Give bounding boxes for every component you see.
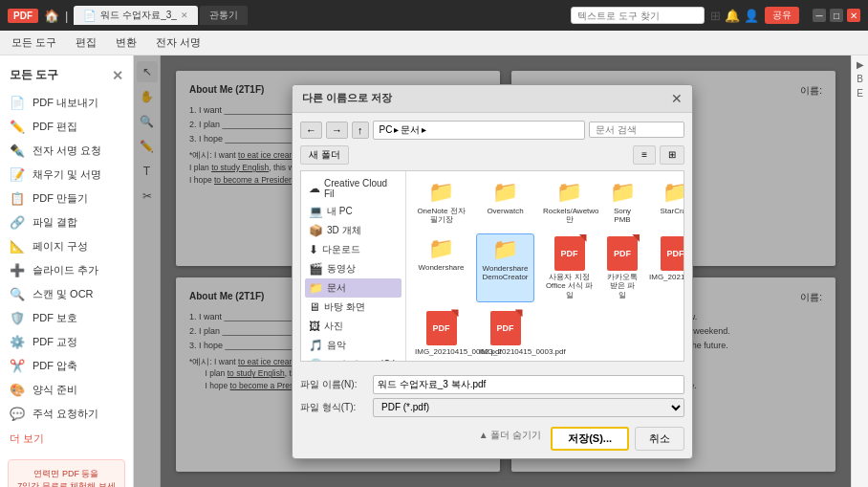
nav-back-button[interactable]: ← — [300, 122, 322, 139]
sidebar-item-esign-request[interactable]: ✒️ 전자 서명 요청 — [0, 139, 133, 163]
sidebar-item-request-comment[interactable]: 💬 주석 요청하기 — [0, 402, 133, 426]
see-more-button[interactable]: 더 보기 — [0, 426, 133, 452]
file-onenote[interactable]: 📁 OneNote 전자 필기장 — [412, 177, 470, 228]
export-pdf-label: PDF 내보내기 — [33, 96, 98, 110]
ds-pictures[interactable]: 🖼 사진 — [305, 317, 401, 336]
search-input[interactable] — [571, 7, 705, 24]
protect-label: PDF 보호 — [33, 311, 77, 325]
menu-convert[interactable]: 변환 — [112, 33, 141, 52]
toolbar-icons: ⊞ 🔔 👤 — [710, 9, 759, 23]
sidebar-item-scan-ocr[interactable]: 🔍 스캔 및 OCR — [0, 282, 133, 306]
ds-downloads[interactable]: ⬇ 다운로드 — [305, 240, 401, 259]
creative-cloud-icon: ☁ — [309, 182, 320, 195]
sidebar-title: 모든 도구 — [10, 67, 58, 83]
ds-documents-label: 문서 — [327, 281, 346, 295]
sidebar-item-edit-pdf[interactable]: ✏️ PDF 편집 — [0, 115, 133, 139]
ds-pictures-label: 사진 — [324, 320, 343, 333]
file-office-template[interactable]: PDF 사용자 지정 Office 서식 파일 — [540, 233, 598, 303]
prepare-form-icon: 🎨 — [10, 383, 25, 397]
minimize-button[interactable]: ─ — [813, 9, 826, 22]
filetype-select[interactable]: PDF (*.pdf) — [373, 398, 684, 417]
expand-options-button[interactable]: ▲ 폴더 숨기기 — [475, 427, 545, 451]
tab-close-icon[interactable]: ✕ — [181, 11, 188, 20]
ds-desktop[interactable]: 🖥 바탕 화면 — [305, 298, 401, 317]
file-img2[interactable]: PDF IMG_20210415_0002.pdf — [412, 308, 470, 360]
esign-request-icon: ✒️ — [10, 144, 25, 158]
menu-esign[interactable]: 전자 서명 — [152, 33, 205, 52]
file-kakao-label: 카카오톡 받은 파일 — [607, 273, 638, 300]
file-starcraft[interactable]: 📁 StarCraft — [646, 177, 684, 228]
file-img1[interactable]: PDF IMG_20210415_0001.pdf — [646, 233, 684, 303]
nav-forward-button[interactable]: → — [326, 122, 348, 139]
new-folder-button[interactable]: 새 폴더 — [300, 145, 349, 165]
tab-second[interactable]: 관통기 — [200, 6, 248, 25]
ds-local-disk[interactable]: 💿 로컬 디스크 (C:) — [305, 355, 401, 361]
content-area: ↖ ✋ 🔍 ✏️ T ✂ About Me (2T1F) 이름: 1. I wa… — [134, 55, 851, 487]
ds-music[interactable]: 🎵 음악 — [305, 336, 401, 355]
bell-icon[interactable]: 🔔 — [725, 9, 740, 23]
save-button[interactable]: 저장(S)... — [551, 427, 629, 451]
sidebar-item-compress[interactable]: ✂️ PDF 압축 — [0, 354, 133, 378]
organize-icon: 📐 — [10, 239, 25, 254]
file-sony[interactable]: 📁 Sony PMB — [604, 177, 640, 228]
share-button[interactable]: 공유 — [765, 7, 799, 24]
ds-my-pc[interactable]: 💻 내 PC — [305, 202, 401, 221]
menu-all-tools[interactable]: 모든 도구 — [8, 33, 60, 52]
sidebar-item-combine[interactable]: 🔗 파일 결합 — [0, 210, 133, 234]
promo-text: 연력면 PDF 등을 7일간 무료로 체험해 보세요 — [17, 469, 116, 487]
sidebar-item-prepare-form[interactable]: 🎨 양식 준비 — [0, 378, 133, 402]
file-img3[interactable]: PDF IMG_20210415_0003.pdf — [476, 308, 534, 360]
maximize-button[interactable]: □ — [830, 9, 843, 22]
create-pdf-label: PDF 만들기 — [33, 191, 88, 206]
sidebar-item-organize[interactable]: 📐 페이지 구성 — [0, 234, 133, 258]
home-icon[interactable]: 🏠 — [44, 9, 59, 23]
filename-input[interactable] — [373, 375, 684, 394]
rt-icon-1[interactable]: ▶ — [857, 59, 864, 70]
organize-label: 페이지 구성 — [33, 239, 88, 254]
view-list-button[interactable]: ≡ — [633, 145, 656, 165]
ds-my-pc-label: 내 PC — [327, 205, 353, 218]
file-office-label: 사용자 지정 Office 서식 파일 — [543, 273, 596, 300]
sidebar-item-redact[interactable]: ⚙️ PDF 교정 — [0, 330, 133, 354]
file-rockets[interactable]: 📁 Rockels/Awetwo 만 — [540, 177, 598, 228]
avatar-icon[interactable]: 👤 — [744, 9, 759, 23]
close-button[interactable]: ✕ — [847, 9, 860, 22]
sidebar-item-export-pdf[interactable]: 📄 PDF 내보내기 — [0, 91, 133, 115]
sidebar-close-button[interactable]: ✕ — [112, 68, 123, 83]
ds-videos[interactable]: 🎬 동영상 — [305, 259, 401, 278]
file-kakao[interactable]: PDF 카카오톡 받은 파일 — [604, 233, 640, 303]
sidebar-item-protect[interactable]: 🛡️ PDF 보호 — [0, 306, 133, 330]
ds-3d-objects[interactable]: 📦 3D 개체 — [305, 221, 401, 240]
music-icon: 🎵 — [309, 339, 323, 352]
cancel-button[interactable]: 취소 — [635, 427, 684, 451]
nav-up-button[interactable]: ↑ — [352, 122, 369, 139]
rt-icon-2[interactable]: B — [857, 74, 863, 84]
rt-icon-3[interactable]: E — [857, 88, 863, 99]
ds-creative-cloud[interactable]: ☁ Creative Cloud Fil — [305, 175, 401, 202]
file-img2-label: IMG_20210415_0002.pdf — [415, 347, 467, 357]
view-grid-button[interactable]: ⊞ — [660, 145, 684, 165]
file-overwatch[interactable]: 📁 Overwatch — [476, 177, 534, 228]
tab-document[interactable]: 📄 워드 수업자료_3_ ✕ — [74, 6, 197, 25]
menu-edit[interactable]: 편집 — [72, 33, 100, 52]
file-search-input[interactable] — [589, 122, 684, 138]
view-options: ≡ ⊞ — [633, 145, 684, 165]
save-dialog: 다른 이름으로 저장 ✕ ← → ↑ PC ▸ 문서 ▸ — [292, 84, 693, 459]
file-wondershare-demo[interactable]: 📁 Wondershare DemoCreator — [476, 233, 534, 303]
dialog-file-sidebar: ☁ Creative Cloud Fil 💻 내 PC 📦 3D 개체 — [301, 171, 406, 361]
dialog-toolbar: 새 폴더 ≡ ⊞ — [300, 145, 684, 165]
dialog-main: ☁ Creative Cloud Fil 💻 내 PC 📦 3D 개체 — [300, 170, 684, 362]
app-logo: PDF — [8, 9, 38, 23]
grid-icon[interactable]: ⊞ — [710, 9, 721, 23]
file-img3-label: IMG_20210415_0003.pdf — [479, 347, 532, 357]
sidebar-item-create-pdf[interactable]: 📋 PDF 만들기 — [0, 187, 133, 210]
top-bar: PDF 🏠 | 📄 워드 수업자료_3_ ✕ 관통기 ⊞ 🔔 👤 공유 ─ □ … — [0, 0, 868, 31]
sidebar-item-add-slide[interactable]: ➕ 슬라이드 추가 — [0, 258, 133, 282]
file-wondershare[interactable]: 📁 Wondershare — [412, 233, 470, 303]
folder-demo-icon: 📁 — [492, 237, 518, 262]
ds-documents[interactable]: 📁 문서 — [305, 278, 401, 298]
file-wondershare-demo-label: Wondershare DemoCreator — [480, 264, 531, 282]
sidebar-item-fill-sign[interactable]: 📝 채우기 및 서명 — [0, 163, 133, 187]
dialog-close-button[interactable]: ✕ — [671, 91, 683, 106]
my-pc-icon: 💻 — [309, 205, 323, 218]
